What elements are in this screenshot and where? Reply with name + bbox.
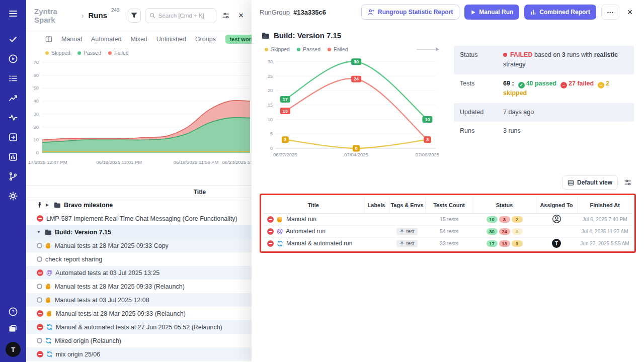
- annotation-highlight-box: TitleLabelsTags & EnvsTests CountStatusA…: [260, 194, 636, 253]
- legend-item: Skipped: [45, 50, 70, 56]
- check-icon[interactable]: [5, 31, 22, 48]
- column-header[interactable]: Title: [263, 197, 364, 213]
- table-settings-button[interactable]: [622, 176, 634, 189]
- list-item[interactable]: ▶Bravo milestone: [26, 198, 252, 212]
- assignee-avatar-outline-icon[interactable]: [552, 214, 561, 224]
- sliders-icon: [624, 178, 632, 187]
- tests-count-cell: 33 tests: [425, 237, 473, 249]
- filter-button[interactable]: [128, 9, 141, 23]
- search-input[interactable]: [158, 13, 212, 19]
- status-cell: 17133: [473, 237, 536, 249]
- manual-run-icon: [45, 297, 52, 303]
- list-item[interactable]: ▼Build: Version 7.15: [26, 225, 252, 239]
- more-actions-button[interactable]: ⋯: [601, 5, 619, 20]
- column-header[interactable]: Assigned To: [536, 197, 577, 213]
- run-title: Mixed origin (Relaunch): [55, 337, 121, 344]
- svg-text:10: 10: [268, 117, 273, 122]
- runs-tabs: Manual Automated Mixed Unfinished Groups…: [26, 31, 252, 47]
- close-runs-panel-button[interactable]: ×: [235, 10, 247, 22]
- layout-columns-icon[interactable]: [45, 36, 52, 43]
- passed-icon: ✓: [518, 82, 525, 88]
- statistic-report-icon: [368, 9, 375, 16]
- runs-list-header: Title: [26, 185, 252, 198]
- play-circle-icon[interactable]: [5, 50, 22, 67]
- list-item[interactable]: Manual tests at 28 Mar 2025 09:33 (Relau…: [26, 280, 252, 293]
- x-axis-labels: 17/2025 12:47 PM06/18/2025 12:01 PM06/19…: [26, 159, 252, 167]
- list-item[interactable]: Manual tests at 28 Mar 2025 09:33 (Relau…: [26, 307, 252, 320]
- assigned-cell: [536, 213, 577, 225]
- manual-run-button[interactable]: Manual Run: [464, 5, 519, 20]
- tag-chip[interactable]: test: [396, 240, 417, 247]
- chevron-right-icon[interactable]: ▶: [46, 203, 51, 207]
- workspace-chip[interactable]: test work: [225, 35, 252, 44]
- column-header[interactable]: Finished At: [577, 197, 632, 213]
- rungroup-statistic-report-button[interactable]: Rungroup Statistic Report: [361, 5, 459, 20]
- failed-status-icon: [267, 240, 274, 247]
- breadcrumb-app-name[interactable]: Zyntra Spark: [34, 7, 77, 24]
- user-avatar[interactable]: T: [6, 342, 21, 357]
- tab-mixed[interactable]: Mixed: [130, 36, 147, 43]
- tab-manual[interactable]: Manual: [61, 36, 82, 43]
- view-controls: Default view: [252, 162, 644, 194]
- gear-icon[interactable]: [5, 188, 22, 205]
- git-branch-icon[interactable]: [5, 168, 22, 185]
- projects-icon[interactable]: [5, 320, 22, 337]
- failed-pill: 3: [499, 216, 510, 223]
- column-header[interactable]: Labels: [364, 197, 389, 213]
- menu-icon[interactable]: [5, 5, 22, 22]
- chevron-down-icon[interactable]: ▼: [37, 230, 42, 234]
- default-view-button[interactable]: Default view: [562, 175, 618, 190]
- svg-text:30: 30: [354, 59, 359, 64]
- column-header[interactable]: Tests Count: [425, 197, 473, 213]
- legend-item: Passed: [77, 50, 101, 56]
- tests-count-cell: 15 tests: [425, 213, 473, 225]
- combined-report-button[interactable]: Combined Report: [524, 5, 596, 20]
- list-item[interactable]: check report sharing: [26, 252, 252, 266]
- tag-chip[interactable]: test: [396, 228, 417, 235]
- table-row[interactable]: Manual & automated runtest33 tests17133T…: [263, 237, 632, 249]
- runs-value: 3 runs: [503, 126, 521, 136]
- pulse-icon[interactable]: [5, 109, 22, 126]
- close-drawer-button[interactable]: ×: [624, 6, 636, 18]
- close-icon: ×: [238, 11, 244, 20]
- list-item[interactable]: LMP-587 Implement Real-Time Chat Messagi…: [26, 212, 252, 225]
- status-pills: 1032: [487, 216, 523, 223]
- list-item[interactable]: mix origin 25/06: [26, 347, 252, 361]
- list-item[interactable]: @Automated tests at 03 Jul 2025 13:25: [26, 266, 252, 280]
- column-header[interactable]: Tags & Envs: [389, 197, 425, 213]
- list-item[interactable]: Manual & automated tests at 27 Jun 2025 …: [26, 320, 252, 334]
- list-settings-button[interactable]: [220, 10, 231, 22]
- svg-text:20: 20: [33, 124, 39, 130]
- labels-cell: [364, 237, 389, 249]
- automated-run-icon: @: [277, 228, 283, 235]
- search-box[interactable]: [145, 8, 216, 23]
- task-list-icon[interactable]: [5, 70, 22, 87]
- import-icon[interactable]: [5, 129, 22, 146]
- finished-cell: Jun 27, 2025 5:55 AM: [577, 237, 632, 249]
- svg-text:20: 20: [268, 88, 273, 93]
- rungroup-id: #13a335c6: [293, 9, 326, 16]
- list-item[interactable]: Manual tests at 03 Jul 2025 12:08: [26, 293, 252, 307]
- mixed-run-icon: [45, 337, 52, 344]
- list-item[interactable]: Mixed origin (Relaunch): [26, 334, 252, 347]
- trend-icon[interactable]: [5, 89, 22, 107]
- tests-label: Tests: [460, 79, 503, 99]
- legend-dot: [45, 51, 49, 55]
- svg-text:3: 3: [284, 137, 286, 142]
- sidebar-bottom: ? T: [5, 303, 22, 362]
- funnel-icon: [130, 12, 138, 19]
- tab-groups[interactable]: Groups: [195, 36, 216, 43]
- help-icon[interactable]: ?: [5, 303, 22, 320]
- status-row: Status FAILED based on 3 runs with reali…: [454, 46, 634, 74]
- assignee-avatar[interactable]: T: [552, 239, 561, 248]
- tab-automated[interactable]: Automated: [91, 36, 121, 43]
- sidebar-icons: [5, 0, 22, 205]
- status-cell: 30240: [473, 225, 536, 237]
- mixed-run-icon: [277, 240, 283, 247]
- column-header[interactable]: Status: [473, 197, 536, 213]
- tab-unfinished[interactable]: Unfinished: [156, 36, 186, 43]
- list-item[interactable]: Manual tests at 28 Mar 2025 09:33 Copy: [26, 239, 252, 252]
- table-row[interactable]: @Automated runtest54 tests30240Jul 4, 20…: [263, 225, 632, 237]
- table-row[interactable]: Manual run15 tests1032Jul 6, 2025 7:40 P…: [263, 213, 632, 225]
- bar-chart-icon[interactable]: [5, 148, 22, 165]
